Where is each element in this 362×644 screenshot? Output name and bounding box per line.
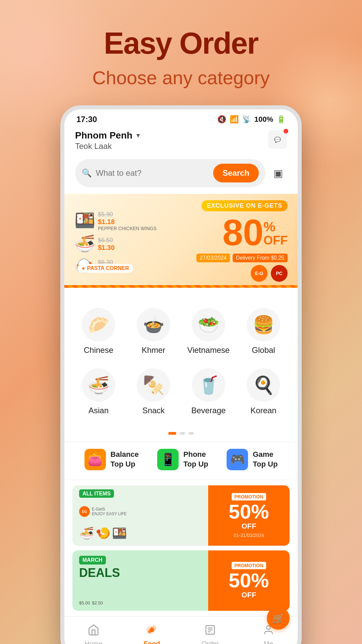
- search-button[interactable]: Search: [213, 164, 259, 182]
- chevron-down-icon: ▼: [135, 132, 141, 139]
- categories-row-1: 🥟 Chinese 🍲 Khmer 🥗 Vietnamese 🍔 Global: [64, 301, 298, 362]
- battery-icon: 🔋: [277, 115, 286, 124]
- mute-icon: 🔇: [217, 115, 226, 124]
- promotion-badge: PROMOTION: [232, 493, 266, 500]
- banner-food-2-price: $6.50 $1.30: [98, 237, 115, 252]
- vietnamese-icon: 🥗: [192, 308, 225, 341]
- korean-icon: 🍳: [247, 368, 280, 402]
- categories-section: 🥟 Chinese 🍲 Khmer 🥗 Vietnamese 🍔 Global: [64, 294, 298, 429]
- game-icon: 🎮: [227, 449, 248, 470]
- exclusive-badge: EXCLUSIVE ON E-GETS: [201, 200, 288, 211]
- home-icon-wrap: [85, 622, 102, 638]
- cart-fab-button[interactable]: 🛒: [267, 607, 290, 630]
- food-emoji-3: 🍱: [112, 526, 127, 540]
- status-icons: 🔇 📶 📡 100% 🔋: [217, 115, 286, 124]
- beverage-label: Beverage: [191, 406, 226, 415]
- dot-1[interactable]: [168, 432, 176, 435]
- service-game-top-up[interactable]: 🎮 GameTop Up: [227, 449, 278, 470]
- category-asian[interactable]: 🍜 Asian: [71, 362, 126, 422]
- asian-label: Asian: [88, 406, 109, 415]
- delivery-badge: Delivery From $0.25: [233, 254, 288, 262]
- banner-food-2-icon: 🍜: [74, 234, 95, 253]
- chat-button[interactable]: 💬: [268, 130, 287, 149]
- price-2: $2.50: [92, 600, 103, 605]
- banner-container: 🍱 $5.90 $1.18 PEPPER CHICKEN WINGS 🍜 $6.…: [64, 194, 298, 294]
- game-top-up-label: GameTop Up: [253, 450, 278, 469]
- page-dots: [64, 429, 298, 441]
- promo-section: ALL ITEMS EG E-GetS ENJOY EASY LIFE 🍜 🍤 …: [64, 480, 298, 616]
- khmer-label: Khmer: [142, 345, 166, 355]
- nav-order[interactable]: Order: [181, 622, 239, 644]
- main-title: Easy Order: [92, 27, 269, 60]
- service-balance-top-up[interactable]: 👛 BalanceTop Up: [84, 449, 139, 470]
- status-time: 17:30: [76, 115, 97, 124]
- search-input[interactable]: [96, 168, 209, 178]
- app-header: Phnom Penh ▼ Teok Laak 💬: [64, 127, 298, 156]
- nav-food[interactable]: Food: [123, 622, 181, 644]
- svg-point-3: [148, 630, 151, 633]
- category-global[interactable]: 🍔 Global: [236, 301, 291, 362]
- promo-2-left: MARCH DEALS $5.00 $2.50: [72, 550, 208, 611]
- vietnamese-label: Vietnamese: [187, 345, 230, 355]
- nav-home-label: Home: [84, 640, 102, 644]
- dot-2[interactable]: [180, 432, 185, 435]
- food-icon-wrap: [144, 622, 160, 638]
- location-city-row[interactable]: Phnom Penh ▼: [75, 130, 141, 141]
- promo-banner[interactable]: 🍱 $5.90 $1.18 PEPPER CHICKEN WINGS 🍜 $6.…: [64, 194, 298, 288]
- promo-banner-1[interactable]: ALL ITEMS EG E-GetS ENJOY EASY LIFE 🍜 🍤 …: [72, 485, 290, 546]
- category-korean[interactable]: 🍳 Korean: [236, 362, 291, 422]
- promo-2-right: PROMOTION 50% OFF: [208, 550, 290, 611]
- egets-name: E-GetS ENJOY EASY LIFE: [92, 507, 127, 516]
- egets-logo: EG E-GetS ENJOY EASY LIFE: [79, 506, 201, 517]
- promo-banner-2[interactable]: MARCH DEALS $5.00 $2.50 PROMOTION 50% OF…: [72, 550, 290, 611]
- snack-label: Snack: [142, 406, 165, 415]
- location-area: Phnom Penh ▼ Teok Laak: [75, 130, 141, 151]
- category-chinese[interactable]: 🥟 Chinese: [71, 301, 126, 362]
- battery-level: 100%: [254, 115, 273, 124]
- banner-logos: E-G PC: [251, 265, 288, 282]
- balance-top-up-label: BalanceTop Up: [111, 450, 139, 469]
- category-khmer[interactable]: 🍲 Khmer: [126, 301, 181, 362]
- discount-display: 80 % OFF: [223, 214, 288, 251]
- global-icon: 🍔: [247, 308, 280, 341]
- beverage-icon: 🥤: [192, 368, 225, 402]
- service-phone-top-up[interactable]: 📱 PhoneTop Up: [157, 449, 208, 470]
- dot-3[interactable]: [188, 432, 194, 435]
- egets-logo-badge: E-G: [251, 265, 267, 282]
- order-icon: [204, 624, 216, 636]
- chinese-icon: 🥟: [82, 308, 115, 341]
- scan-icon: ▣: [274, 167, 283, 179]
- nav-me[interactable]: Me: [239, 622, 298, 644]
- category-vietnamese[interactable]: 🥗 Vietnamese: [181, 301, 236, 362]
- discount-number: 80: [223, 214, 263, 251]
- banner-food-left: 🍱 $5.90 $1.18 PEPPER CHICKEN WINGS 🍜 $6.…: [74, 206, 171, 275]
- nav-me-label: Me: [264, 640, 273, 644]
- nav-home[interactable]: Home: [64, 622, 123, 644]
- chat-notification-badge: [284, 129, 288, 133]
- category-snack[interactable]: 🍢 Snack: [126, 362, 181, 422]
- promo-2-discount: 50%: [229, 571, 269, 591]
- promo-1-all-items-badge: ALL ITEMS: [79, 491, 201, 497]
- snack-icon: 🍢: [137, 368, 170, 402]
- search-icon: 🔍: [82, 168, 92, 178]
- banner-stripe-decoration: [64, 285, 298, 288]
- search-bar[interactable]: 🔍 Search: [75, 159, 265, 187]
- promo-2-badges: MARCH DEALS: [79, 556, 201, 580]
- food-emoji-1: 🍜: [79, 526, 94, 540]
- discount-off-text: OFF: [263, 233, 288, 248]
- sub-title: Choose any category: [92, 67, 269, 89]
- promo-2-off: OFF: [241, 591, 256, 599]
- khmer-icon: 🍲: [137, 308, 170, 341]
- egets-circle-icon: EG: [79, 506, 90, 517]
- march-badge: MARCH: [79, 556, 106, 565]
- header-section: Easy Order Choose any category: [92, 27, 269, 89]
- quick-services: 👛 BalanceTop Up 📱 PhoneTop Up 🎮 GameTop …: [64, 442, 298, 480]
- category-beverage[interactable]: 🥤 Beverage: [181, 362, 236, 422]
- pasta-corner-label: ● PASTA CORNER: [78, 264, 133, 273]
- banner-discount-right: EXCLUSIVE ON E-GETS 80 % OFF 27/03/2024 …: [171, 200, 288, 282]
- order-icon-wrap: [202, 622, 218, 638]
- food-nav-icon: [145, 623, 159, 637]
- korean-label: Korean: [250, 406, 276, 415]
- signal-icon: 📡: [242, 115, 251, 124]
- scan-button[interactable]: ▣: [269, 164, 287, 182]
